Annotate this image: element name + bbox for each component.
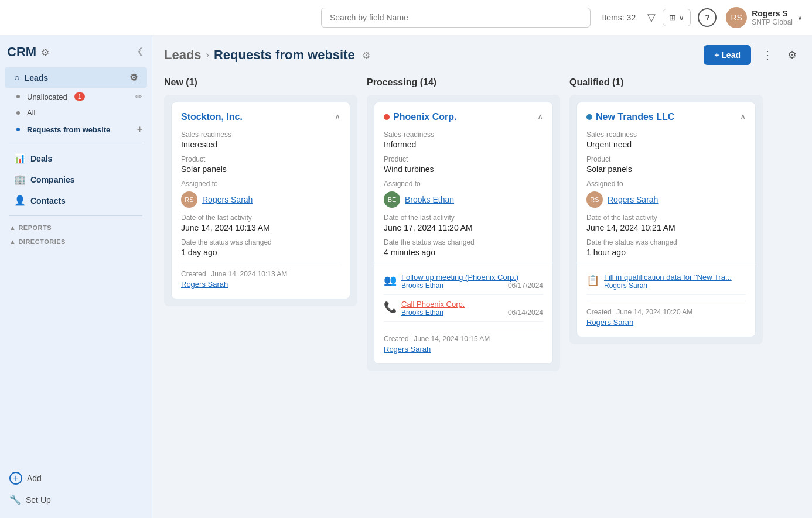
stockton-sales-readiness: Sales-readiness Interested <box>181 131 340 149</box>
sidebar-directories-section[interactable]: ▲ DIRECTORIES <box>0 235 152 249</box>
phoenix-status-label: Date the status was changed <box>384 238 543 246</box>
phoenix-sales-readiness: Sales-readiness Informed <box>384 131 543 149</box>
newtrandes-sales-label: Sales-readiness <box>586 131 746 139</box>
requests-label: Requests from website <box>27 125 132 134</box>
content-area: Leads › Requests from website ⚙ + Lead ⋮… <box>152 35 812 518</box>
card-phoenix-title[interactable]: Phoenix Corp. <box>393 112 456 122</box>
reports-label: REPORTS <box>18 224 52 231</box>
phoenix-activity-1-title[interactable]: Follow up meeting (Phoenix Corp.) <box>401 273 543 282</box>
leads-settings-icon[interactable]: ⚙ <box>129 72 138 83</box>
phoenix-activity-2-info: Call Phoenix Corp. Brooks Ethan 06/14/20… <box>401 300 543 317</box>
user-name: Rogers S <box>752 9 793 18</box>
edit-icon[interactable]: ✏ <box>135 92 142 101</box>
stockton-status-value: 1 day ago <box>181 248 340 257</box>
filter-icon[interactable]: ▽ <box>647 11 656 24</box>
crm-settings-icon[interactable]: ⚙ <box>41 47 49 58</box>
more-options-button[interactable]: ⋮ <box>758 44 777 66</box>
stockton-sales-value: Interested <box>181 140 340 149</box>
user-info: Rogers S SNTP Global <box>752 9 793 26</box>
sidebar-setup-button[interactable]: 🔧 Set Up <box>9 490 142 509</box>
col-header-processing: Processing (14) <box>367 73 560 95</box>
view-toggle[interactable]: ⊞ ∨ <box>663 9 691 26</box>
add-requests-icon[interactable]: + <box>137 124 142 135</box>
stockton-created-by[interactable]: Rogers Sarah <box>181 280 228 289</box>
kanban-cards-qualified: New Trandes LLC ∧ Sales-readiness Urgent… <box>569 95 763 344</box>
card-newtrandes-header: New Trandes LLC ∧ <box>586 112 746 122</box>
card-stockton-collapse-icon[interactable]: ∧ <box>335 112 340 121</box>
all-dot-icon <box>16 111 20 115</box>
sidebar-item-leads[interactable]: ○ Leads ⚙ <box>5 67 147 88</box>
newtrandes-activity-1-person[interactable]: Rogers Sarah <box>604 282 647 290</box>
newtrandes-divider <box>577 263 755 263</box>
leads-label: Leads <box>25 73 48 83</box>
contacts-label: Contacts <box>30 196 66 205</box>
user-chevron-icon: ∨ <box>797 13 803 22</box>
view-settings-button[interactable]: ⚙ <box>784 45 800 65</box>
phoenix-activity-1-person[interactable]: Brooks Ethan <box>401 282 443 290</box>
phoenix-assigned-name[interactable]: Brooks Ethan <box>405 195 454 204</box>
phoenix-activity-1: 👥 Follow up meeting (Phoenix Corp.) Broo… <box>384 268 543 295</box>
card-stockton-title[interactable]: Stockton, Inc. <box>181 112 243 122</box>
sidebar-item-companies[interactable]: 🏢 Companies <box>5 169 147 190</box>
sidebar-collapse-icon[interactable]: 《 <box>133 46 142 59</box>
phoenix-activity-2-title[interactable]: Call Phoenix Corp. <box>401 300 543 308</box>
sidebar-header: CRM ⚙ 《 <box>0 40 152 64</box>
search-container <box>321 8 591 28</box>
sidebar-divider-2 <box>9 215 142 216</box>
phoenix-activity-1-date: 06/17/2024 <box>508 282 543 290</box>
card-newtrandes-collapse-icon[interactable]: ∧ <box>740 112 746 121</box>
phoenix-assigned-label: Assigned to <box>384 180 543 188</box>
user-menu[interactable]: RS Rogers S SNTP Global ∨ <box>726 7 803 28</box>
sidebar-reports-section[interactable]: ▲ REPORTS <box>0 221 152 235</box>
card-newtrandes: New Trandes LLC ∧ Sales-readiness Urgent… <box>576 102 756 337</box>
sidebar: CRM ⚙ 《 ○ Leads ⚙ Unallocated 1 ✏ All <box>0 35 152 518</box>
newtrandes-product-label: Product <box>586 155 746 163</box>
phoenix-created-date: June 14, 2024 10:15 AM <box>414 335 490 343</box>
companies-icon: 🏢 <box>14 174 26 185</box>
sidebar-item-deals[interactable]: 📊 Deals <box>5 148 147 169</box>
sidebar-divider-1 <box>9 143 142 143</box>
sidebar-item-requests[interactable]: Requests from website + <box>0 121 152 138</box>
kanban-col-qualified: Qualified (1) New Trandes LLC ∧ Sales-r <box>569 73 763 506</box>
deals-label: Deals <box>30 154 52 163</box>
view-chevron-icon: ∨ <box>678 13 684 22</box>
newtrandes-activity-1-title[interactable]: Fill in qualification data for "New Tra.… <box>604 273 746 282</box>
avatar: RS <box>726 7 747 28</box>
sidebar-add-button[interactable]: + Add <box>9 468 142 488</box>
sidebar-item-unallocated[interactable]: Unallocated 1 ✏ <box>0 88 152 105</box>
main-layout: CRM ⚙ 《 ○ Leads ⚙ Unallocated 1 ✏ All <box>0 35 812 518</box>
header-actions: + Lead ⋮ ⚙ <box>704 44 800 66</box>
contacts-icon: 👤 <box>14 195 26 206</box>
phoenix-last-activity-value: June 17, 2024 11:20 AM <box>384 223 543 232</box>
newtrandes-last-activity: Date of the last activity June 14, 2024 … <box>586 214 746 232</box>
directories-chevron-icon: ▲ <box>9 238 16 245</box>
phoenix-last-activity-label: Date of the last activity <box>384 214 543 222</box>
reports-chevron-icon: ▲ <box>9 224 16 231</box>
page-settings-icon[interactable]: ⚙ <box>362 50 370 61</box>
phoenix-activity-2-date: 06/14/2024 <box>508 308 543 317</box>
kanban-board: New (1) Stockton, Inc. ∧ Sales-readiness… <box>152 73 812 518</box>
add-lead-button[interactable]: + Lead <box>704 45 751 65</box>
card-newtrandes-title[interactable]: New Trandes LLC <box>596 112 674 122</box>
meeting-icon: 👥 <box>384 274 397 287</box>
phoenix-created-by[interactable]: Rogers Sarah <box>384 345 431 354</box>
sidebar-item-all[interactable]: All <box>0 105 152 121</box>
newtrandes-assigned-name[interactable]: Rogers Sarah <box>608 195 658 204</box>
card-phoenix-collapse-icon[interactable]: ∧ <box>537 112 543 121</box>
stockton-assigned-name[interactable]: Rogers Sarah <box>202 195 253 204</box>
stockton-status-label: Date the status was changed <box>181 238 340 246</box>
newtrandes-product-value: Solar panels <box>586 164 746 174</box>
grid-view-icon: ⊞ <box>669 13 676 22</box>
breadcrumb-leads[interactable]: Leads <box>164 47 202 63</box>
newtrandes-activity-1: 📋 Fill in qualification data for "New Tr… <box>586 268 746 295</box>
search-input[interactable] <box>321 8 591 28</box>
stockton-assigned: Assigned to RS Rogers Sarah <box>181 180 340 208</box>
stockton-created: Created <box>181 270 206 278</box>
newtrandes-created-by[interactable]: Rogers Sarah <box>586 318 633 327</box>
phoenix-assigned-person: BE Brooks Ethan <box>384 191 543 208</box>
phoenix-status-value: 4 minutes ago <box>384 248 543 257</box>
stockton-product-value: Solar panels <box>181 164 340 174</box>
phoenix-activity-2-person[interactable]: Brooks Ethan <box>401 308 443 317</box>
sidebar-item-contacts[interactable]: 👤 Contacts <box>5 190 147 211</box>
help-button[interactable]: ? <box>698 8 717 27</box>
